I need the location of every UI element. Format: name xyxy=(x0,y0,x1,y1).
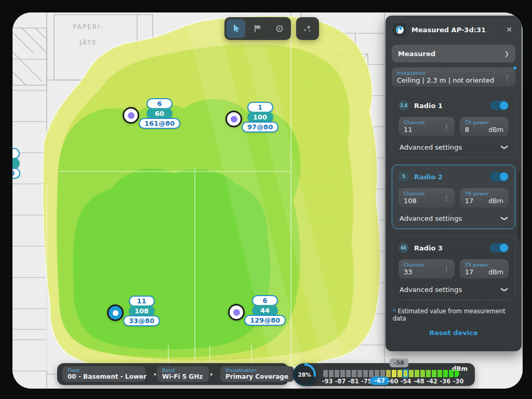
legend-segment xyxy=(375,370,379,377)
legend-segment xyxy=(437,370,442,377)
legend-ticks: -93-87-81-75-67-60-54-48-42-36-30 xyxy=(301,377,475,386)
auto-optimize-button[interactable] xyxy=(296,17,319,40)
close-icon[interactable]: ✕ xyxy=(504,24,514,35)
device-panel: Measured AP-3d:31 ✕ Measured ❯ Installat… xyxy=(385,16,522,351)
radio-1-card[interactable]: 2.4 Radio 1 Channel 11 ⋮ TX power 8dBm xyxy=(392,94,515,158)
tool-group xyxy=(224,17,291,40)
kebab-menu-icon[interactable]: ⋮ xyxy=(443,123,450,130)
channel-pill: 1 xyxy=(247,102,273,113)
advanced-settings-row[interactable]: Advanced settings ❯ xyxy=(398,215,509,222)
ap-marker[interactable] xyxy=(123,107,139,124)
legend-tick: -36 xyxy=(440,378,450,385)
chevron-down-icon: ▾ xyxy=(154,371,156,377)
legend-segment xyxy=(352,370,356,377)
ap-marker-selected[interactable] xyxy=(107,304,124,321)
place-ap-tool-button[interactable] xyxy=(270,19,289,38)
tx-power-field[interactable]: TX power 17dBm xyxy=(460,188,509,207)
visualisation-dropdown[interactable]: Visualisation Primary Coverage ▾ xyxy=(220,366,294,382)
legend-tick: -81 xyxy=(348,378,359,385)
channel-pill: 108 xyxy=(129,305,155,316)
flag-tool-button[interactable] xyxy=(248,19,267,38)
legend-threshold-pill[interactable]: -67 xyxy=(370,377,389,385)
channel-value: 33 xyxy=(404,268,449,276)
estimated-footnote: * Estimated value from measurement data xyxy=(392,308,515,322)
channel-field[interactable]: Channel 11 ⋮ xyxy=(398,117,455,136)
installation-value: Ceiling | 2.3 m | not oriented xyxy=(397,76,510,84)
ap-channel-labels: 1110833@80 xyxy=(123,296,160,326)
tx-power-value: 8 xyxy=(465,126,469,134)
chevron-down-icon: ❯ xyxy=(501,144,509,150)
kebab-menu-icon[interactable]: ⋮ xyxy=(443,194,450,202)
tx-power-field[interactable]: TX power 17dBm xyxy=(460,259,509,278)
device-panel-header: Measured AP-3d:31 ✕ xyxy=(392,22,515,38)
legend-segment xyxy=(455,370,459,377)
channel-value: 11 xyxy=(404,126,449,134)
channel-pill: @80 xyxy=(12,168,20,179)
select-tool-button[interactable] xyxy=(227,19,245,38)
tx-power-field[interactable]: TX power 8dBm xyxy=(460,117,509,136)
ap-marker-dot xyxy=(233,309,240,316)
channel-field[interactable]: Channel 108 ⋮ xyxy=(398,188,455,207)
installation-label: Installation xyxy=(397,70,510,76)
channel-value: 108 xyxy=(404,197,449,205)
installation-field[interactable]: Installation Ceiling | 2.3 m | not orien… xyxy=(392,68,515,87)
legend-segment xyxy=(432,370,436,377)
legend-tick: -93 xyxy=(322,378,333,385)
channel-label: Channel xyxy=(404,191,449,196)
advanced-settings-label: Advanced settings xyxy=(400,215,462,222)
tx-power-label: TX power xyxy=(465,262,503,268)
tx-power-unit: dBm xyxy=(488,268,503,276)
legend-tick: -60 xyxy=(388,378,398,385)
radio-enabled-toggle[interactable] xyxy=(490,243,509,252)
tx-power-label: TX power xyxy=(465,191,503,196)
chevron-down-icon: ▾ xyxy=(210,371,212,377)
visualisation-value: Primary Coverage xyxy=(225,374,288,381)
radio-enabled-toggle[interactable] xyxy=(490,101,509,110)
channel-pill: 6 xyxy=(252,295,278,306)
channel-pill: 11 xyxy=(129,296,155,307)
kebab-menu-icon[interactable]: ⋮ xyxy=(443,265,450,273)
channel-pill: 33@80 xyxy=(123,315,160,326)
chevron-down-icon: ❯ xyxy=(501,287,509,292)
measured-select[interactable]: Measured ❯ xyxy=(392,45,515,62)
band-dropdown[interactable]: Band Wi-Fi 5 GHz ▾ xyxy=(157,366,209,382)
flag-icon xyxy=(253,24,262,33)
view-controls-bar: Floor 00 - Basement - Lower ▾ Band Wi-Fi… xyxy=(57,363,289,385)
kebab-menu-icon[interactable]: ⋮ xyxy=(504,73,511,81)
channel-pill: 6 xyxy=(147,98,172,109)
advanced-settings-row[interactable]: Advanced settings ❯ xyxy=(398,143,509,151)
band-value: Wi-Fi 5 GHz xyxy=(162,374,203,381)
legend-tick: -54 xyxy=(401,378,411,385)
reset-device-button[interactable]: Reset device xyxy=(392,329,515,337)
legend-segment xyxy=(409,370,414,377)
legend-segment xyxy=(329,370,334,377)
tx-power-value: 17 xyxy=(465,197,474,205)
panel-scrollbar[interactable] xyxy=(518,171,520,239)
app-window: PAPERI- JÄTE 660161@80110097@801110833@8… xyxy=(0,0,532,399)
ap-marker[interactable] xyxy=(225,111,242,127)
radio-enabled-toggle[interactable] xyxy=(490,172,509,181)
band-badge-icon: 2.4 xyxy=(398,100,409,111)
floor-dropdown[interactable]: Floor 00 - Basement - Lower ▾ xyxy=(62,366,145,382)
visualisation-label: Visualisation xyxy=(225,368,288,374)
channel-label: Channel xyxy=(404,119,449,125)
radio-2-card[interactable]: 5 Radio 2 Channel 108 ⋮ TX power 17dBm xyxy=(392,165,515,229)
tx-power-unit: dBm xyxy=(488,197,503,205)
channel-field[interactable]: Channel 33 ⋮ xyxy=(398,259,455,278)
radio-name: Radio 1 xyxy=(414,102,443,110)
radio-3-card[interactable]: 6E Radio 3 Channel 33 ⋮ TX power 17dBm xyxy=(392,236,515,300)
legend-color-scale[interactable] xyxy=(323,370,459,377)
ap-channel-labels: 644129@80 xyxy=(244,295,286,326)
device-title: Measured AP-3d:31 xyxy=(411,26,499,34)
legend-segment xyxy=(346,370,351,377)
legend-segment xyxy=(397,370,402,377)
advanced-settings-row[interactable]: Advanced settings ❯ xyxy=(398,286,509,294)
legend-segment xyxy=(335,370,339,377)
legend-segment xyxy=(403,370,408,377)
modified-indicator-dot xyxy=(513,66,516,70)
ap-marker[interactable] xyxy=(228,304,245,321)
legend-segment xyxy=(323,370,328,377)
legend-tick: -87 xyxy=(335,378,346,385)
legend-segment xyxy=(357,370,362,377)
channel-pill xyxy=(12,148,20,159)
